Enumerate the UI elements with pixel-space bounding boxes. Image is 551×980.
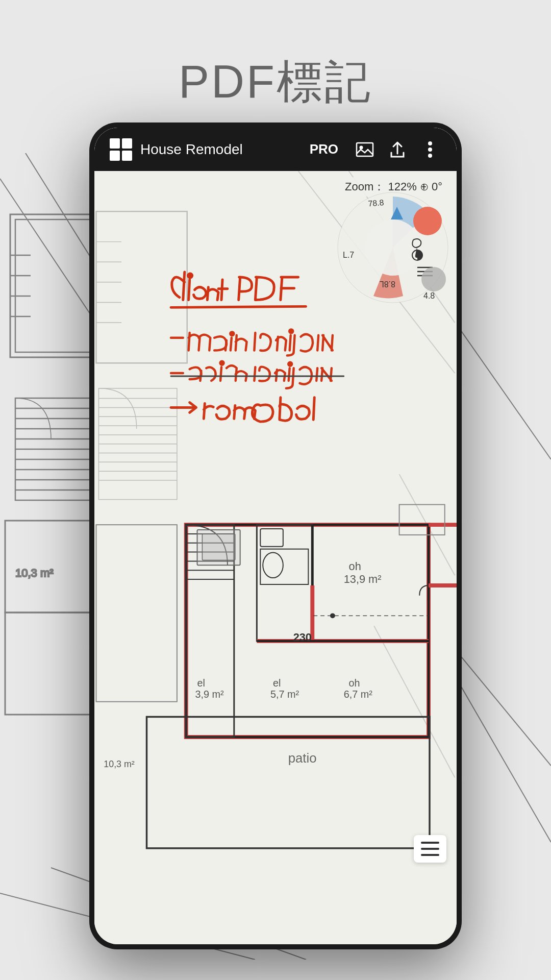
svg-point-54	[230, 332, 234, 335]
svg-text:el: el	[273, 677, 281, 689]
svg-rect-95	[202, 534, 235, 560]
app-logo-icon	[110, 138, 132, 161]
app-title: House Remodel	[140, 141, 310, 158]
svg-point-107	[421, 267, 446, 291]
svg-rect-97	[96, 525, 177, 702]
svg-point-52	[188, 274, 192, 278]
svg-text:230: 230	[293, 631, 312, 644]
svg-text:L.7: L.7	[343, 251, 354, 259]
svg-point-29	[428, 148, 432, 152]
svg-point-28	[428, 141, 432, 145]
image-icon[interactable]	[354, 138, 376, 161]
svg-text:oh: oh	[349, 677, 360, 689]
svg-rect-26	[357, 143, 373, 156]
menu-line-1	[421, 842, 439, 844]
svg-text:13,9 m²: 13,9 m²	[344, 573, 382, 585]
svg-line-51	[374, 626, 455, 777]
svg-text:6,7 m²: 6,7 m²	[344, 689, 373, 700]
svg-text:el: el	[197, 677, 205, 689]
more-icon[interactable]	[419, 138, 441, 161]
svg-rect-0	[10, 214, 102, 357]
svg-rect-6	[15, 398, 92, 500]
svg-point-55	[289, 329, 293, 333]
svg-point-58	[288, 362, 292, 366]
svg-text:8.8L: 8.8L	[380, 280, 395, 288]
radial-menu[interactable]: 78.8 4.8 L.7 8.8L	[337, 191, 449, 304]
app-header: House Remodel PRO	[94, 128, 457, 171]
svg-text:4.8: 4.8	[423, 291, 435, 300]
svg-point-27	[360, 145, 363, 149]
phone-screen: House Remodel PRO	[94, 128, 457, 944]
pro-badge: PRO	[310, 141, 338, 157]
svg-point-102	[413, 207, 442, 235]
svg-point-30	[428, 154, 432, 158]
svg-rect-1	[15, 219, 97, 352]
svg-rect-98	[399, 505, 445, 535]
svg-line-19	[0, 179, 102, 332]
svg-text:patio: patio	[288, 751, 317, 765]
svg-point-100	[365, 219, 421, 276]
share-icon[interactable]	[386, 138, 409, 161]
svg-point-73	[263, 553, 283, 578]
svg-text:10,3 m²: 10,3 m²	[15, 567, 54, 579]
page-title: PDF標記	[0, 51, 551, 113]
menu-line-2	[421, 848, 439, 850]
svg-rect-31	[96, 211, 187, 363]
phone-mockup: House Remodel PRO	[89, 122, 462, 949]
svg-point-57	[220, 361, 224, 365]
screen-content: oh 13,9 m² el 3,9 m² el 5,7 m² oh 6,7 m²…	[94, 171, 457, 944]
svg-rect-71	[260, 529, 283, 547]
header-icons	[354, 138, 441, 161]
svg-text:10,3 m²: 10,3 m²	[104, 759, 134, 769]
svg-text:5,7 m²: 5,7 m²	[270, 689, 299, 700]
svg-text:oh: oh	[349, 560, 361, 573]
svg-text:78.8: 78.8	[368, 198, 385, 208]
svg-point-91	[330, 613, 335, 618]
svg-text:3,9 m²: 3,9 m²	[195, 689, 224, 700]
menu-line-3	[421, 854, 439, 856]
svg-rect-70	[257, 525, 312, 641]
menu-button[interactable]	[414, 835, 446, 863]
